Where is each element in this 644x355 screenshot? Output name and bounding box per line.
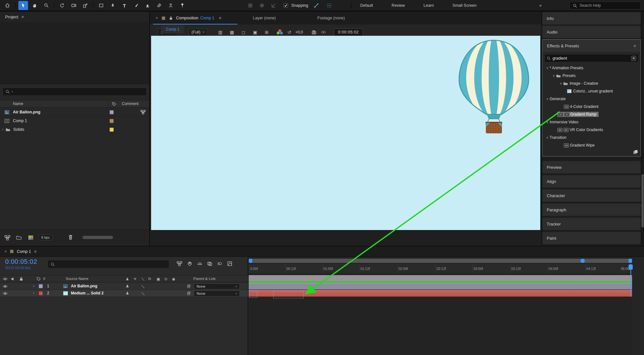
label-column-icon[interactable] <box>37 277 41 281</box>
layered-panel-icon[interactable] <box>633 150 638 154</box>
rotate-tool[interactable] <box>57 1 67 10</box>
work-area-bar[interactable] <box>249 275 632 282</box>
chevron-down-icon[interactable]: ∨ <box>545 97 550 101</box>
quality-switch-icon[interactable]: ＼ <box>141 284 145 289</box>
parent-dropdown[interactable]: None ∨ <box>194 291 240 296</box>
tree-transition-category[interactable]: ∨ Transition <box>543 134 640 141</box>
roto-brush-tool[interactable] <box>166 1 176 10</box>
workspace-overflow-button[interactable]: » <box>539 0 542 11</box>
project-item-solids[interactable]: > Solids <box>0 125 149 134</box>
show-snapshot-icon[interactable] <box>321 30 326 34</box>
timeline-tab-label[interactable]: Comp 1 <box>17 249 31 254</box>
chevron-down-icon[interactable]: ∨ <box>545 120 550 124</box>
adjustment-column-icon[interactable]: ◉ <box>172 277 175 281</box>
comp-mini-flowchart-icon[interactable] <box>177 261 182 266</box>
graph-editor-icon[interactable] <box>227 261 232 266</box>
project-search[interactable]: ∨ <box>3 88 147 96</box>
view-layout-icon[interactable]: ⊞ <box>263 30 271 35</box>
timeline-search[interactable] <box>48 260 169 268</box>
hand-tool[interactable] <box>30 1 40 10</box>
viewer-timecode[interactable]: 0:00:05:02 <box>334 28 363 36</box>
snap-to-edges-icon[interactable] <box>312 1 321 10</box>
dock-scrollbar[interactable] <box>641 12 644 246</box>
effects-search[interactable]: × <box>544 54 639 62</box>
chevron-down-icon[interactable]: ∨ <box>545 136 550 139</box>
solid-color-swatch[interactable] <box>63 291 68 295</box>
shy-column-icon[interactable]: ♟ <box>126 277 129 281</box>
close-icon[interactable]: × <box>5 249 7 254</box>
view-axis-icon[interactable] <box>269 1 278 10</box>
new-folder-icon[interactable] <box>16 235 22 240</box>
index-column[interactable]: # <box>43 277 45 281</box>
guides-options-icon[interactable]: ▥ <box>216 30 225 35</box>
zoom-tool[interactable] <box>42 1 51 10</box>
tree-vr-color-gradients[interactable]: 32 32 VR Color Gradients <box>543 126 640 134</box>
layer-label-swatch[interactable] <box>39 284 43 288</box>
panel-header-tracker[interactable]: Tracker <box>542 218 641 230</box>
motion-blur-column-icon[interactable]: ⊙ <box>164 277 168 281</box>
search-flyout-icon[interactable]: ∨ <box>11 90 13 93</box>
rectangle-tool[interactable] <box>96 1 106 10</box>
column-name[interactable]: Name <box>13 101 23 106</box>
layer-name[interactable]: Air Ballon.png <box>71 284 97 288</box>
time-navigator[interactable] <box>249 259 632 263</box>
panel-header-info[interactable]: Info <box>542 12 641 24</box>
workspace-small-screen[interactable]: Small Screen <box>453 3 476 8</box>
selection-tool[interactable] <box>18 1 28 10</box>
brush-tool[interactable] <box>131 1 141 10</box>
label-color-swatch[interactable] <box>110 119 114 123</box>
eraser-tool[interactable] <box>154 1 164 10</box>
world-axis-icon[interactable] <box>257 1 267 10</box>
workspace-default[interactable]: Default <box>360 3 373 8</box>
comp-quick-tab[interactable]: Comp 1 <box>161 25 184 34</box>
tree-image-creative-folder[interactable]: ∨ Image - Creative <box>543 80 640 87</box>
tree-four-color-gradient[interactable]: 16 4-Color Gradient <box>543 103 640 110</box>
exposure-value[interactable]: +0,0 <box>295 30 303 34</box>
close-icon[interactable]: × <box>156 16 158 20</box>
time-ruler[interactable]: 0:00f 00:12f 01:00f 01:12f 02:00f 02:12f… <box>249 264 632 274</box>
hide-shy-layers-icon[interactable] <box>197 261 202 266</box>
workspace-review[interactable]: Review <box>392 3 405 8</box>
navigator-start-handle[interactable] <box>249 259 252 263</box>
scrollbar-thumb[interactable] <box>641 174 644 227</box>
tree-colorize-preset[interactable]: Coloriz...unset gradient <box>543 87 640 95</box>
viewer-tab-value[interactable]: Comp 1 <box>200 16 215 20</box>
layer-row-1[interactable]: > 1 Air Ballon.png ♟ ＼ @ None ∨ <box>0 283 248 290</box>
snap-features-icon[interactable] <box>324 1 334 10</box>
effects-column-icon[interactable]: fx <box>148 277 151 281</box>
layer-viewer-tab[interactable]: Layer (none) <box>253 16 276 20</box>
tree-gradient-wipe[interactable]: 16 Gradient Wipe <box>543 141 640 149</box>
resolution-dropdown[interactable]: (Full) ∨ <box>188 28 208 36</box>
local-axis-icon[interactable] <box>245 1 255 10</box>
navigator-end-handle[interactable] <box>629 259 632 263</box>
label-column-icon[interactable] <box>112 102 116 106</box>
panel-menu-icon[interactable]: ≡ <box>34 249 36 254</box>
pan-behind-tool[interactable] <box>81 1 90 10</box>
region-of-interest-icon[interactable]: ▣ <box>251 30 259 35</box>
twirl-icon[interactable]: > <box>2 128 4 131</box>
flowchart-icon[interactable] <box>140 110 146 114</box>
draft-3d-icon[interactable] <box>187 261 192 266</box>
frame-blending-icon[interactable] <box>207 261 212 266</box>
panel-header-character[interactable]: Character <box>542 189 641 202</box>
layer-visibility-icon[interactable] <box>3 285 8 288</box>
color-depth-button[interactable]: 8 bpc <box>39 235 53 240</box>
panel-header-effects-presets[interactable]: Effects & Presets ≡ <box>543 40 640 52</box>
panel-header-paint[interactable]: Paint <box>542 232 641 244</box>
transparency-grid-icon[interactable]: ▦ <box>228 30 236 35</box>
playhead-marker[interactable] <box>629 264 633 270</box>
parent-link-column[interactable]: Parent & Link <box>193 277 216 281</box>
project-tab[interactable]: Project <box>5 14 18 19</box>
layer-row-2[interactable]: > 2 Medium ... Solid 2 ♟ ＼ @ None ∨ <box>0 290 248 297</box>
layer-label-swatch[interactable] <box>39 291 43 295</box>
effects-search-input[interactable] <box>553 56 629 61</box>
trash-icon[interactable] <box>68 235 73 240</box>
puppet-pin-tool[interactable] <box>178 1 187 10</box>
collapse-column-icon[interactable]: ☀ <box>133 277 137 281</box>
footage-viewer-tab[interactable]: Footage (none) <box>317 16 345 20</box>
anchor-switch-icon[interactable]: ♟ <box>126 284 129 288</box>
label-color-swatch[interactable] <box>110 128 114 132</box>
panel-menu-icon[interactable]: ≡ <box>219 16 221 20</box>
frame-blend-column-icon[interactable]: ▣ <box>157 277 160 281</box>
pen-tool[interactable] <box>108 1 118 10</box>
